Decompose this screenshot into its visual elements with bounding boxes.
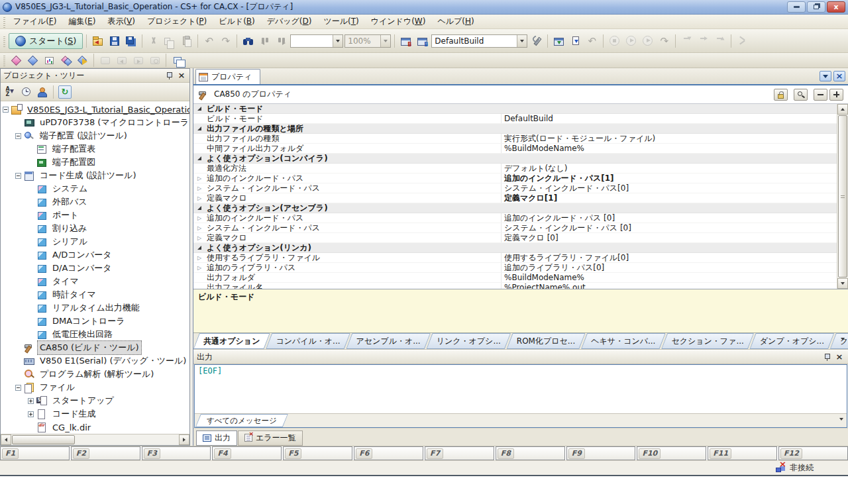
function-key-button[interactable]: F5 bbox=[283, 446, 352, 460]
lock-button[interactable] bbox=[774, 89, 788, 101]
property-category-tab[interactable]: 共通オプション bbox=[193, 333, 270, 349]
tree-item[interactable]: D/Aコンバータ bbox=[1, 262, 189, 275]
step-out-button[interactable] bbox=[712, 33, 727, 48]
tab-overflow-button[interactable] bbox=[841, 338, 845, 340]
property-row[interactable]: 使用するライブラリ・ファイル 使用するライブラリ・ファイル[0] bbox=[193, 253, 837, 263]
refresh-button[interactable]: ↻ bbox=[58, 85, 72, 99]
function-key-button[interactable]: F2 bbox=[71, 446, 140, 460]
tab-property[interactable]: プロパティ bbox=[195, 69, 260, 84]
property-row[interactable]: 追加のインクルード・パス 追加のインクルード・パス[1] bbox=[193, 174, 837, 183]
expander-icon[interactable] bbox=[197, 246, 201, 250]
expander-icon[interactable] bbox=[197, 156, 201, 160]
undo-button[interactable] bbox=[201, 33, 217, 48]
history-button[interactable] bbox=[19, 85, 32, 99]
save-all-button[interactable] bbox=[123, 33, 138, 48]
function-key-button[interactable]: F8 bbox=[496, 446, 565, 460]
tree-item[interactable]: 端子配置 (設計ツール) bbox=[1, 129, 189, 142]
window-forward-button[interactable] bbox=[131, 53, 146, 68]
tree-item[interactable]: シリアル bbox=[1, 235, 189, 248]
scroll-right-button[interactable] bbox=[179, 434, 189, 445]
rebuild-project-button[interactable] bbox=[415, 33, 430, 48]
build-and-download-button[interactable] bbox=[568, 33, 583, 48]
search-combobox[interactable] bbox=[290, 34, 343, 48]
property-row[interactable]: 定義マクロ 定義マクロ [0] bbox=[193, 233, 837, 243]
download-button[interactable] bbox=[551, 33, 566, 48]
user-button[interactable] bbox=[35, 85, 48, 99]
menu-item[interactable]: 編集(E) bbox=[62, 14, 101, 29]
tree-item[interactable]: 割り込み bbox=[1, 222, 189, 235]
build-options-button[interactable] bbox=[529, 33, 544, 48]
property-row[interactable]: 出力ファイル名 %ProjectName%.out bbox=[193, 283, 837, 289]
scroll-up-button[interactable] bbox=[837, 104, 848, 115]
open-project-button[interactable] bbox=[90, 33, 105, 48]
scrollbar-track[interactable] bbox=[76, 434, 179, 445]
analysis-button-2[interactable] bbox=[25, 53, 40, 68]
expander-icon[interactable] bbox=[197, 213, 201, 223]
scroll-down-button[interactable] bbox=[837, 278, 848, 289]
property-row[interactable]: 中間ファイル出力フォルダ %BuildModeName% bbox=[193, 144, 837, 154]
menu-item[interactable]: プロジェクト(P) bbox=[141, 14, 213, 29]
function-key-button[interactable]: F1 bbox=[0, 446, 70, 460]
property-row[interactable]: 追加のライブラリ・パス 追加のライブラリ・パス[0] bbox=[193, 263, 837, 273]
docked-tab[interactable]: エラー一覧 bbox=[238, 430, 303, 446]
zoom-combobox-dropdown[interactable] bbox=[380, 35, 390, 47]
scroll-left-button[interactable] bbox=[1, 434, 11, 445]
property-category-tab[interactable]: ROM化プロセ... bbox=[507, 333, 585, 349]
analysis-button-1[interactable] bbox=[9, 53, 24, 68]
run-without-build-button[interactable] bbox=[640, 33, 655, 48]
build-mode-combobox[interactable]: DefaultBuild bbox=[431, 34, 527, 48]
save-button[interactable] bbox=[107, 33, 122, 48]
collapse-all-button[interactable] bbox=[814, 89, 827, 101]
menubar-grip[interactable] bbox=[3, 16, 5, 28]
property-category-tab[interactable]: アセンブル・オ... bbox=[346, 333, 431, 349]
expander-icon[interactable] bbox=[197, 206, 201, 210]
tree-item[interactable]: ポート bbox=[1, 209, 189, 222]
property-row[interactable]: 最適化方法 デフォルト(なし) bbox=[193, 164, 837, 174]
function-key-button[interactable]: F7 bbox=[425, 446, 494, 460]
expander-icon[interactable] bbox=[197, 173, 201, 183]
function-key-button[interactable]: F10 bbox=[637, 446, 706, 460]
tree-item[interactable]: DMAコントローラ bbox=[1, 315, 189, 328]
tree-item[interactable]: ファイル bbox=[1, 381, 189, 394]
property-category-tab[interactable]: リンク・オプシ... bbox=[427, 333, 511, 349]
menu-item[interactable]: ファイル(F) bbox=[7, 14, 62, 29]
all-messages-tab[interactable]: すべてのメッセージ bbox=[195, 414, 288, 427]
run-button[interactable] bbox=[623, 33, 639, 48]
property-row[interactable]: よく使うオプション(コンパイラ) bbox=[193, 154, 837, 164]
window-float-button[interactable] bbox=[170, 53, 185, 68]
property-category-tab[interactable]: ダンプ・オプシ... bbox=[750, 333, 834, 349]
analysis-button-4[interactable] bbox=[58, 53, 74, 68]
property-row[interactable]: ビルド・モード bbox=[193, 104, 837, 114]
output-content[interactable]: [EOF] bbox=[195, 365, 847, 413]
tree-expander[interactable] bbox=[3, 107, 9, 113]
expander-icon[interactable] bbox=[197, 107, 201, 111]
property-row[interactable]: 定義マクロ 定義マクロ[1] bbox=[193, 193, 837, 203]
panel-close-button[interactable] bbox=[176, 71, 187, 80]
window-back-button[interactable] bbox=[114, 53, 129, 68]
restart-button[interactable] bbox=[657, 33, 672, 48]
tree-item[interactable]: タイマ bbox=[1, 275, 189, 288]
step-over-button[interactable] bbox=[696, 33, 711, 48]
menu-item[interactable]: 表示(V) bbox=[101, 14, 141, 29]
minimize-button[interactable] bbox=[787, 1, 806, 13]
document-close-button[interactable] bbox=[833, 71, 845, 81]
property-row[interactable]: 出力ファイルの種類 実行形式(ロード・モジュール・ファイル) bbox=[193, 134, 837, 144]
docked-tab[interactable]: 出力 bbox=[196, 430, 237, 446]
tree-item[interactable]: 外部バス bbox=[1, 195, 189, 209]
menu-item[interactable]: デバッグ(D) bbox=[261, 14, 318, 29]
property-category-tab[interactable]: セクション・ファ... bbox=[661, 333, 753, 349]
tree-item[interactable]: システム bbox=[1, 182, 189, 195]
tree-item[interactable]: 端子配置図 bbox=[1, 156, 189, 169]
redo-button[interactable] bbox=[218, 33, 233, 48]
cut-button[interactable] bbox=[146, 33, 161, 48]
tree-item[interactable]: プログラム解析 (解析ツール) bbox=[1, 368, 189, 381]
expander-icon[interactable] bbox=[197, 126, 201, 130]
property-row[interactable]: 出力フォルダ %BuildModeName% bbox=[193, 273, 837, 283]
tree-expander[interactable] bbox=[28, 411, 34, 417]
panel-close-button[interactable] bbox=[834, 352, 845, 362]
property-row[interactable]: 追加のインクルード・パス 追加のインクルード・パス [0] bbox=[193, 213, 837, 223]
scrollbar-thumb[interactable] bbox=[838, 115, 847, 277]
build-project-button[interactable] bbox=[398, 33, 413, 48]
expander-icon[interactable] bbox=[197, 193, 201, 203]
tree-item[interactable]: V850ES_JG3-L_Tutorial_Basic_Operation bbox=[1, 103, 189, 116]
